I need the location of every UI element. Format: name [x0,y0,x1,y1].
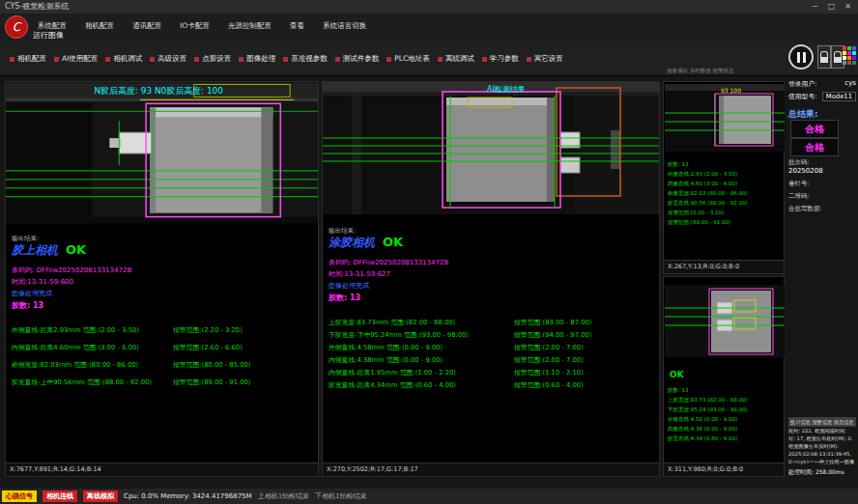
measurement-row: 上胶宽度:83.73mm 范围:(82.00 - 88.00)报警范围:(83.… [329,318,657,330]
alarm-range: 报警范围:(2.00 - 7.00) [514,355,657,368]
stats-block: 统计信息 报警信息 状态信息 耗时: 222, 检测间隔时间: 对: 17, 检… [788,417,856,477]
overlay-text: N胶后高度: 93 N0胶后高度: 100 [94,86,223,96]
lock-button-1[interactable] [817,45,831,69]
measurement-text: 内侧直线:4.38mm 范围:(0.00 - 9.00) [329,355,514,368]
tab-glue[interactable]: 点胶设置 [190,52,235,66]
mini-line: 胶宽直线:90.56 (88.00 - 92.00) [668,198,782,208]
mini-line: 报警范围:(89.00 - 91.00) [668,217,782,227]
pause-button[interactable] [788,44,814,70]
menu-bar: 系统配置 相机配置 通讯配置 IO卡配置 光源控制配置 查看 系统语言切换 [0,14,858,29]
mini-line: 外侧直线:2.93 (2.00 - 3.50) [668,169,782,179]
time-line: 时间:13-31-59-600 [12,277,73,287]
status-bar: 心跳信号 相机连线 离线模拟 Cpu: 0.0% Memory: 3424.41… [0,489,858,504]
tab-offline-debug[interactable]: 离线调试 [434,52,478,66]
heartbeat-badge: 心跳信号 [2,490,37,502]
login-row: 登录用户: cys [788,79,856,89]
overlay-text: 93 100 [721,87,741,94]
stats-line: 对: 17, 检测分布耗时(M): 0, [788,434,856,442]
measurement-text: 胶宽直线-距离4.34mm 范围:(0.60 - 4.00) [329,380,514,393]
alarm-range: 报警范围:(89.00 - 91.00) [173,378,316,395]
batch-label: 批次码: [788,158,810,167]
login-label: 登录用户: [788,79,816,89]
measurement-row: 外侧直线-距离2.93mm 范围:(2.00 - 3.50)报警范围:(2.20… [12,325,316,343]
pause-icon [797,52,800,63]
mini-result-list: 胶数: 13 上胶宽度:83.73 (82.00 - 88.00) 下胶宽度:9… [668,385,782,443]
tab-marker-icon [194,57,199,62]
time-line: 时间:13-31-59-627 [329,269,390,279]
tab-plc-table[interactable]: PLC地址表 [383,52,433,66]
stats-line: 2025:02:08-13:31:39:45, [788,450,856,458]
tab-baseline-params[interactable]: 基准视参数 [279,52,331,66]
tab-label: 测试件参数 [343,54,380,64]
tab-marker-icon [482,57,487,62]
barcode-line: 条码码: DFFiiw2025020813313472B [329,258,448,267]
camera-view-middle[interactable]: AI检测结果 [323,82,659,214]
measurement-row: 外侧直线:4.58mm 范围:(0.00 - 9.00)报警范围:(2.00 -… [329,343,657,355]
measurement-row: 桥侧宽度:82.03mm 范围:(80.00 - 86.00)报警范围:(80.… [12,360,316,378]
measurement-text: 外侧直线:4.58mm 范围:(0.00 - 9.00) [329,343,514,355]
tab-image-process[interactable]: 图像处理 [235,52,279,66]
camera-panel-right-b: OK 胶数: 13 上胶宽度:83.73 (82.00 - 88.00) 下胶宽… [663,276,785,477]
tab-label: 学习参数 [490,54,519,64]
result-title: 胶上相机OK [12,242,86,259]
camera-name: 胶上相机 [12,243,58,257]
overlay-text: AI检测结果 [487,85,526,94]
measurement-text: 上胶宽度:83.73mm 范围:(82.00 - 88.00) [329,318,514,330]
tab-label: 点胶设置 [202,54,231,64]
camera-view-right-a[interactable]: 93 100 [665,84,785,152]
stats-line: 0:<cys>=一种上拉检一图像 [788,458,856,465]
mini-line: 桥侧宽度:82.03 (80.00 - 86.00) [668,188,782,198]
tab-label: 图像处理 [246,54,275,64]
measurement-text: 内侧直线-距离4.60mm 范围:(3.00 - 6.00) [12,343,173,360]
model-label: 使用型号: [788,92,816,101]
mini-line: 外侧直线:4.58 (0.00 - 9.00) [668,414,782,424]
tab-marker-icon [239,57,243,62]
tab-camera-config[interactable]: 相机配置 [6,52,50,66]
maximize-button[interactable]: □ [823,0,840,14]
tab-label: 高级设置 [157,54,186,64]
measurement-row: 下胶宽度-下中95.24mm 范围:(93.00 - 98.00)报警范围:(9… [329,330,657,343]
barcode-line: 条码码: DFFiiw2025020813313472B [12,266,131,275]
camera-name: 涂胶相机 [329,236,375,249]
title-bar: CYS-视觉检测系统 ─ □ ✕ [0,0,858,14]
close-button[interactable]: ✕ [840,0,856,14]
tab-test-params[interactable]: 测试件参数 [331,52,384,66]
alarm-range: 报警范围:(1.10 - 2.10) [514,368,657,380]
toolbar-tabs: 相机配置 AI使用配置 相机调试 高级设置 点胶设置 图像处理 基准视参数 测试… [6,52,567,66]
measurement-text: 内侧直线-距离1.95mm 范围:(1.00 - 2.20) [329,368,514,380]
measurement-row: 内侧直线:4.38mm 范围:(0.00 - 9.00)报警范围:(2.00 -… [329,355,657,368]
minimize-button[interactable]: ─ [807,0,823,14]
mini-result-list: 胶数: 13 外侧直线:2.93 (2.00 - 3.50) 内侧直线:4.60… [668,159,782,227]
run-image-label[interactable]: 运行图像 [33,30,64,41]
alarm-range: 报警范围:(2.20 - 3.20) [173,325,316,343]
color-palette-icon[interactable] [843,46,856,65]
measurement-text: 外侧直线-距离2.93mm 范围:(2.00 - 3.50) [12,325,173,343]
tab-label: 其它设置 [534,54,563,64]
tab-marker-icon [335,57,340,62]
login-value: cys [844,79,856,89]
tab-camera-debug[interactable]: 相机调试 [101,52,146,66]
tab-marker-icon [150,57,155,62]
camera-panel-middle: AI检测结果 输出结果: 涂胶相机OK 条码码: DFFiiw202502081… [322,81,660,477]
camera-view-right-b[interactable] [665,285,785,357]
measurement-list: 上胶宽度:83.73mm 范围:(82.00 - 88.00)报警范围:(83.… [329,318,657,393]
stats-line: 耗时: 222, 检测间隔时间: [788,427,856,434]
camera-link-badge: 相机连线 [43,490,77,502]
measurement-row: 胶宽直线-距离4.34mm 范围:(0.60 - 4.00)报警范围:(0.60… [329,380,657,393]
tab-learn-params[interactable]: 学习参数 [478,52,523,66]
measurement-row: 内侧直线-距离4.60mm 范围:(3.00 - 6.00)报警范围:(2.60… [12,343,316,360]
alarm-range: 报警范围:(80.00 - 85.00) [173,360,316,378]
tab-ai-config[interactable]: AI使用配置 [50,52,101,66]
tab-marker-icon [10,57,14,62]
status-line: 图像处理完成 [12,289,52,298]
tab-advanced[interactable]: 高级设置 [146,52,190,66]
app-window: CYS-视觉检测系统 ─ □ ✕ 系统配置 相机配置 通讯配置 IO卡配置 光源… [0,0,858,504]
pixel-coords-readout: X:311,Y:980;R:0;G:0;B:0 [664,462,784,476]
reel-label: 卷针号: [788,180,810,188]
tab-label: 离线调试 [445,54,474,64]
model-input[interactable]: Mode11 [822,92,856,101]
tab-other[interactable]: 其它设置 [523,52,567,66]
camera-view-left[interactable]: N胶后高度: 93 N0胶后高度: 100 [6,82,318,224]
alarm-range: 报警范围:(2.60 - 6.60) [173,343,316,360]
tab-marker-icon [105,57,110,62]
